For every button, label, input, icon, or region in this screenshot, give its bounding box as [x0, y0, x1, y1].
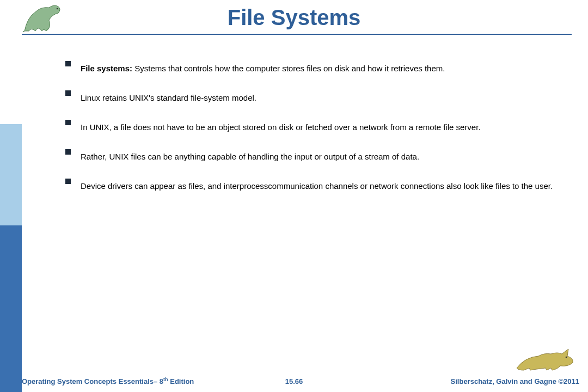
bullet-text: In UNIX, a file does not have to be an o… [81, 118, 572, 137]
dinosaur-bottom-icon [514, 346, 579, 373]
bullet-text: Rather, UNIX files can be anything capab… [81, 147, 572, 167]
svg-point-1 [566, 357, 567, 358]
slide-title: File Systems [0, 5, 588, 30]
sidebar-accent-dark [0, 225, 22, 392]
square-bullet-icon [65, 149, 71, 155]
bullet-text: File systems: Systems that controls how … [81, 59, 572, 78]
bullet-item: In UNIX, a file does not have to be an o… [65, 118, 572, 137]
bullet-item: Device drivers can appear as files, and … [65, 176, 572, 196]
bullet-item: File systems: Systems that controls how … [65, 59, 572, 78]
bullet-item: Rather, UNIX files can be anything capab… [65, 147, 572, 167]
footer-authors: Silberschatz, Galvin and Gagne ©2011 [451, 377, 579, 385]
sidebar-accent-light [0, 124, 22, 225]
bullet-text: Linux retains UNIX's standard file-syste… [81, 88, 572, 108]
square-bullet-icon [65, 179, 71, 184]
square-bullet-icon [65, 90, 71, 96]
title-underline [22, 34, 572, 35]
square-bullet-icon [65, 120, 71, 125]
bullet-item: Linux retains UNIX's standard file-syste… [65, 88, 572, 108]
bullet-text: Device drivers can appear as files, and … [81, 176, 572, 196]
square-bullet-icon [65, 61, 71, 66]
slide-body: File systems: Systems that controls how … [65, 59, 572, 196]
